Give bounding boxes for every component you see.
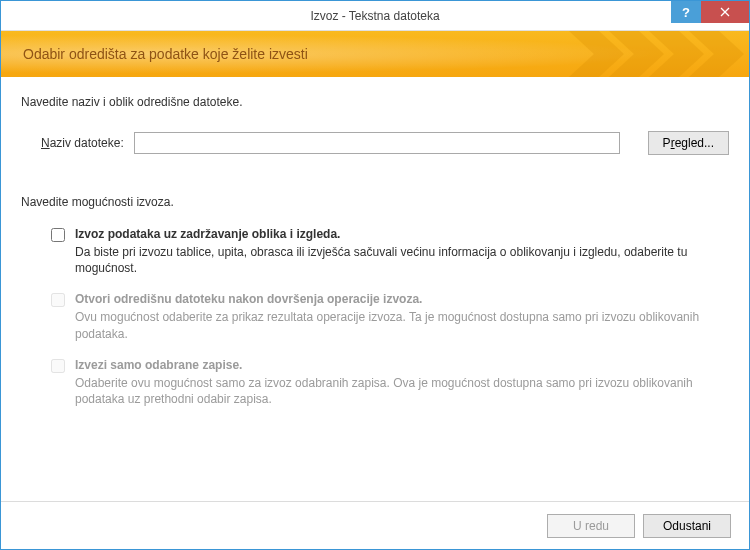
option-selected-only-checkbox: [51, 359, 65, 373]
option-desc: Ovu mogućnost odaberite za prikaz rezult…: [75, 309, 729, 341]
svg-marker-2: [569, 31, 624, 77]
option-open-after: Otvori odredišnu datoteku nakon dovršenj…: [51, 292, 729, 341]
instruction-destination: Navedite naziv i oblik odredišne datotek…: [21, 95, 729, 109]
option-body: Izvezi samo odabrane zapise. Odaberite o…: [75, 358, 729, 407]
export-options: Izvoz podataka uz zadržavanje oblika i i…: [51, 227, 729, 407]
option-title: Otvori odredišnu datoteku nakon dovršenj…: [75, 292, 729, 306]
file-name-input[interactable]: [134, 132, 620, 154]
export-dialog: Izvoz - Tekstna datoteka ? Odabir odredi…: [0, 0, 750, 550]
close-button[interactable]: [701, 1, 749, 23]
option-keep-formatting-checkbox[interactable]: [51, 228, 65, 242]
window-title: Izvoz - Tekstna datoteka: [1, 9, 749, 23]
titlebar-controls: ?: [671, 1, 749, 23]
option-title: Izvezi samo odabrane zapise.: [75, 358, 729, 372]
option-selected-only: Izvezi samo odabrane zapise. Odaberite o…: [51, 358, 729, 407]
banner-decoration: [569, 31, 749, 77]
file-name-label: Naziv datoteke:: [41, 136, 126, 150]
header-banner: Odabir odredišta za podatke koje želite …: [1, 31, 749, 77]
option-desc: Da biste pri izvozu tablice, upita, obra…: [75, 244, 729, 276]
option-keep-formatting: Izvoz podataka uz zadržavanje oblika i i…: [51, 227, 729, 276]
option-title: Izvoz podataka uz zadržavanje oblika i i…: [75, 227, 729, 241]
option-desc: Odaberite ovu mogućnost samo za izvoz od…: [75, 375, 729, 407]
browse-button[interactable]: Pregled...: [648, 131, 729, 155]
content-area: Navedite naziv i oblik odredišne datotek…: [1, 77, 749, 501]
option-body: Izvoz podataka uz zadržavanje oblika i i…: [75, 227, 729, 276]
close-icon: [720, 7, 730, 17]
titlebar: Izvoz - Tekstna datoteka ?: [1, 1, 749, 31]
file-destination-row: Naziv datoteke: Pregled...: [41, 131, 729, 155]
help-button[interactable]: ?: [671, 1, 701, 23]
dialog-footer: U redu Odustani: [1, 501, 749, 549]
instruction-options: Navedite mogućnosti izvoza.: [21, 195, 729, 209]
option-body: Otvori odredišnu datoteku nakon dovršenj…: [75, 292, 729, 341]
option-open-after-checkbox: [51, 293, 65, 307]
cancel-button[interactable]: Odustani: [643, 514, 731, 538]
ok-button: U redu: [547, 514, 635, 538]
header-heading: Odabir odredišta za podatke koje želite …: [23, 46, 308, 62]
